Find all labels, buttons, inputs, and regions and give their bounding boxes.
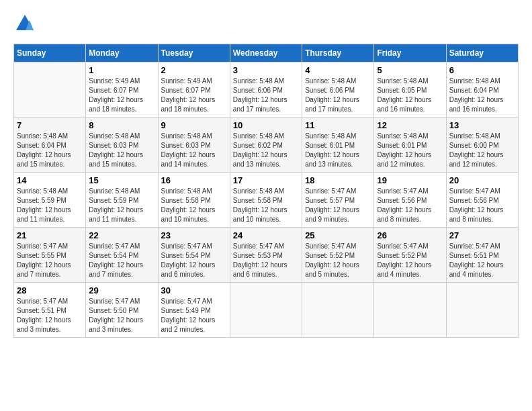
calendar-cell: 25Sunrise: 5:47 AM Sunset: 5:52 PM Dayli… (302, 228, 374, 283)
calendar-cell: 27Sunrise: 5:47 AM Sunset: 5:51 PM Dayli… (446, 228, 518, 283)
calendar-cell: 16Sunrise: 5:48 AM Sunset: 5:58 PM Dayli… (158, 173, 230, 228)
calendar-cell: 4Sunrise: 5:48 AM Sunset: 6:06 PM Daylig… (302, 62, 374, 118)
day-info: Sunrise: 5:47 AM Sunset: 5:51 PM Dayligh… (449, 242, 515, 279)
day-info: Sunrise: 5:47 AM Sunset: 5:49 PM Dayligh… (161, 297, 227, 334)
day-info: Sunrise: 5:47 AM Sunset: 5:56 PM Dayligh… (449, 187, 515, 224)
calendar-cell: 18Sunrise: 5:47 AM Sunset: 5:57 PM Dayli… (302, 173, 374, 228)
calendar-cell: 10Sunrise: 5:48 AM Sunset: 6:02 PM Dayli… (230, 118, 302, 173)
day-of-week-header: Wednesday (230, 44, 302, 62)
day-info: Sunrise: 5:48 AM Sunset: 5:59 PM Dayligh… (89, 187, 154, 224)
day-info: Sunrise: 5:48 AM Sunset: 6:05 PM Dayligh… (377, 77, 443, 114)
day-info: Sunrise: 5:47 AM Sunset: 5:51 PM Dayligh… (17, 297, 83, 334)
calendar-table: SundayMondayTuesdayWednesdayThursdayFrid… (13, 44, 519, 338)
logo (13, 13, 35, 37)
day-info: Sunrise: 5:48 AM Sunset: 6:00 PM Dayligh… (449, 132, 515, 169)
page-header (13, 13, 519, 37)
calendar-header-row: SundayMondayTuesdayWednesdayThursdayFrid… (14, 44, 519, 62)
calendar-cell: 11Sunrise: 5:48 AM Sunset: 6:01 PM Dayli… (302, 118, 374, 173)
calendar-cell: 29Sunrise: 5:47 AM Sunset: 5:50 PM Dayli… (86, 283, 158, 338)
day-info: Sunrise: 5:47 AM Sunset: 5:53 PM Dayligh… (233, 242, 299, 279)
day-number: 6 (449, 65, 515, 75)
day-number: 15 (89, 175, 154, 185)
day-info: Sunrise: 5:48 AM Sunset: 6:06 PM Dayligh… (305, 77, 371, 114)
day-of-week-header: Sunday (14, 44, 86, 62)
calendar-cell: 5Sunrise: 5:48 AM Sunset: 6:05 PM Daylig… (374, 62, 446, 118)
day-number: 21 (17, 230, 83, 240)
day-of-week-header: Friday (374, 44, 446, 62)
calendar-cell: 17Sunrise: 5:48 AM Sunset: 5:58 PM Dayli… (230, 173, 302, 228)
calendar-cell: 28Sunrise: 5:47 AM Sunset: 5:51 PM Dayli… (14, 283, 86, 338)
day-number: 10 (233, 120, 299, 130)
day-number: 12 (377, 120, 443, 130)
day-info: Sunrise: 5:47 AM Sunset: 5:57 PM Dayligh… (305, 187, 371, 224)
calendar-cell: 20Sunrise: 5:47 AM Sunset: 5:56 PM Dayli… (446, 173, 518, 228)
calendar-week-row: 28Sunrise: 5:47 AM Sunset: 5:51 PM Dayli… (14, 283, 519, 338)
day-of-week-header: Saturday (446, 44, 518, 62)
day-number: 2 (161, 65, 227, 75)
day-info: Sunrise: 5:48 AM Sunset: 5:58 PM Dayligh… (161, 187, 227, 224)
day-number: 22 (89, 230, 154, 240)
day-number: 29 (89, 285, 154, 295)
day-info: Sunrise: 5:48 AM Sunset: 6:03 PM Dayligh… (89, 132, 154, 169)
calendar-cell: 15Sunrise: 5:48 AM Sunset: 5:59 PM Dayli… (86, 173, 158, 228)
day-number: 8 (89, 120, 154, 130)
day-number: 4 (305, 65, 371, 75)
logo-text (13, 13, 35, 37)
calendar-week-row: 21Sunrise: 5:47 AM Sunset: 5:55 PM Dayli… (14, 228, 519, 283)
day-number: 25 (305, 230, 371, 240)
day-of-week-header: Monday (86, 44, 158, 62)
day-info: Sunrise: 5:48 AM Sunset: 6:01 PM Dayligh… (305, 132, 371, 169)
day-info: Sunrise: 5:47 AM Sunset: 5:52 PM Dayligh… (305, 242, 371, 279)
logo-icon (15, 13, 35, 34)
day-info: Sunrise: 5:48 AM Sunset: 5:58 PM Dayligh… (233, 187, 299, 224)
day-number: 17 (233, 175, 299, 185)
calendar-cell: 13Sunrise: 5:48 AM Sunset: 6:00 PM Dayli… (446, 118, 518, 173)
day-number: 24 (233, 230, 299, 240)
calendar-cell: 12Sunrise: 5:48 AM Sunset: 6:01 PM Dayli… (374, 118, 446, 173)
calendar-cell (302, 283, 374, 338)
calendar-cell: 21Sunrise: 5:47 AM Sunset: 5:55 PM Dayli… (14, 228, 86, 283)
day-number: 3 (233, 65, 299, 75)
day-info: Sunrise: 5:48 AM Sunset: 6:04 PM Dayligh… (17, 132, 83, 169)
day-of-week-header: Tuesday (158, 44, 230, 62)
day-info: Sunrise: 5:48 AM Sunset: 6:06 PM Dayligh… (233, 77, 299, 114)
day-number: 11 (305, 120, 371, 130)
day-number: 28 (17, 285, 83, 295)
calendar-cell (230, 283, 302, 338)
day-info: Sunrise: 5:48 AM Sunset: 6:02 PM Dayligh… (233, 132, 299, 169)
day-info: Sunrise: 5:48 AM Sunset: 6:01 PM Dayligh… (377, 132, 443, 169)
day-number: 23 (161, 230, 227, 240)
calendar-cell: 1Sunrise: 5:49 AM Sunset: 6:07 PM Daylig… (86, 62, 158, 118)
calendar-cell: 30Sunrise: 5:47 AM Sunset: 5:49 PM Dayli… (158, 283, 230, 338)
calendar-week-row: 7Sunrise: 5:48 AM Sunset: 6:04 PM Daylig… (14, 118, 519, 173)
day-number: 9 (161, 120, 227, 130)
day-number: 7 (17, 120, 83, 130)
day-info: Sunrise: 5:48 AM Sunset: 5:59 PM Dayligh… (17, 187, 83, 224)
day-info: Sunrise: 5:47 AM Sunset: 5:55 PM Dayligh… (17, 242, 83, 279)
day-info: Sunrise: 5:47 AM Sunset: 5:52 PM Dayligh… (377, 242, 443, 279)
calendar-cell (446, 283, 518, 338)
calendar-cell: 22Sunrise: 5:47 AM Sunset: 5:54 PM Dayli… (86, 228, 158, 283)
day-number: 1 (89, 65, 154, 75)
calendar-cell: 23Sunrise: 5:47 AM Sunset: 5:54 PM Dayli… (158, 228, 230, 283)
calendar-week-row: 1Sunrise: 5:49 AM Sunset: 6:07 PM Daylig… (14, 62, 519, 118)
day-number: 16 (161, 175, 227, 185)
day-info: Sunrise: 5:48 AM Sunset: 6:03 PM Dayligh… (161, 132, 227, 169)
day-info: Sunrise: 5:47 AM Sunset: 5:54 PM Dayligh… (161, 242, 227, 279)
day-number: 27 (449, 230, 515, 240)
calendar-cell: 2Sunrise: 5:49 AM Sunset: 6:07 PM Daylig… (158, 62, 230, 118)
calendar-week-row: 14Sunrise: 5:48 AM Sunset: 5:59 PM Dayli… (14, 173, 519, 228)
day-number: 30 (161, 285, 227, 295)
day-number: 20 (449, 175, 515, 185)
day-info: Sunrise: 5:47 AM Sunset: 5:56 PM Dayligh… (377, 187, 443, 224)
day-of-week-header: Thursday (302, 44, 374, 62)
calendar-cell: 19Sunrise: 5:47 AM Sunset: 5:56 PM Dayli… (374, 173, 446, 228)
calendar-cell: 7Sunrise: 5:48 AM Sunset: 6:04 PM Daylig… (14, 118, 86, 173)
calendar-cell (14, 62, 86, 118)
calendar-cell: 14Sunrise: 5:48 AM Sunset: 5:59 PM Dayli… (14, 173, 86, 228)
calendar-cell (374, 283, 446, 338)
day-info: Sunrise: 5:48 AM Sunset: 6:04 PM Dayligh… (449, 77, 515, 114)
day-number: 5 (377, 65, 443, 75)
calendar-cell: 26Sunrise: 5:47 AM Sunset: 5:52 PM Dayli… (374, 228, 446, 283)
day-info: Sunrise: 5:47 AM Sunset: 5:54 PM Dayligh… (89, 242, 154, 279)
